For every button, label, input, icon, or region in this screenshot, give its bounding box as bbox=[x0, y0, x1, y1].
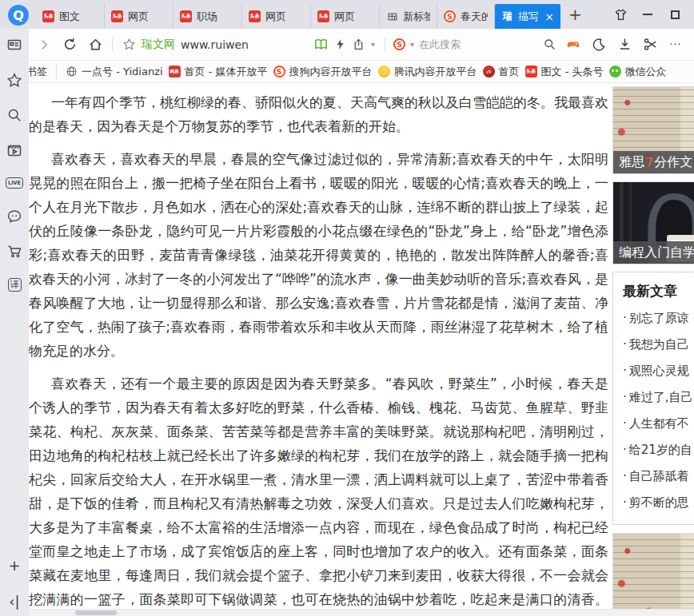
add-plus-icon[interactable]: + bbox=[8, 557, 20, 574]
toutiao-favicon-icon: 头条 bbox=[180, 10, 192, 22]
tab-3[interactable]: 头条 职场 bbox=[174, 4, 242, 29]
screenshot-scissors-icon[interactable] bbox=[638, 33, 662, 57]
web-page-content: 一年有四个季节，桃红柳绿的春、骄阳似火的夏、天高气爽的秋以及白雪皑皑的冬。我最喜… bbox=[29, 83, 694, 616]
tab-label: 网页 bbox=[265, 10, 286, 24]
article-paragraph: 一年有四个季节，桃红柳绿的春、骄阳似火的夏、天高气爽的秋以及白雪皑皑的冬。我最喜… bbox=[29, 90, 608, 138]
netease-favicon-icon: 网易 bbox=[169, 66, 181, 77]
account-card-icon[interactable] bbox=[6, 37, 22, 53]
bookmark-wechat[interactable]: 微信公众 bbox=[609, 65, 667, 79]
tab-label: 新标签 bbox=[403, 10, 430, 24]
window-controls bbox=[609, 6, 694, 29]
promo-card-manuscript-2[interactable] bbox=[612, 533, 694, 616]
manuscript-image bbox=[613, 534, 694, 616]
tab-active-ruiwen[interactable]: 瑞 描写 × bbox=[495, 4, 560, 29]
favorites-star-icon[interactable] bbox=[6, 72, 22, 88]
tab-1[interactable]: 头条 图文 bbox=[36, 4, 105, 29]
penguin-favicon-icon bbox=[378, 66, 390, 77]
forward-button[interactable] bbox=[32, 33, 56, 57]
scrollbar-thumb[interactable] bbox=[75, 610, 117, 615]
theme-tshirt-icon[interactable] bbox=[609, 6, 632, 22]
flash-lightning-icon[interactable] bbox=[334, 38, 346, 50]
sogou-favicon-icon: S bbox=[444, 10, 456, 22]
bookmark-label: 一点号 - Yidianzi bbox=[82, 65, 163, 79]
game-center-icon[interactable] bbox=[561, 33, 585, 57]
tab-2[interactable]: 头条 网页 bbox=[105, 4, 174, 29]
minimize-button[interactable] bbox=[636, 6, 659, 22]
bookmarks-bar: 书签 一点号 - Yidianzi 网易 首页 - 媒体开放平 S 搜狗内容开放… bbox=[0, 61, 694, 83]
tab-bar: Q 头条 图文 头条 网页 头条 职场 头条 网页 头条 网页 新标签 S 春天… bbox=[0, 0, 694, 29]
latest-article-link[interactable]: ·剪不断的思 bbox=[623, 490, 694, 516]
chevron-down-icon[interactable]: ▾ bbox=[410, 40, 414, 49]
search-icon[interactable] bbox=[6, 107, 22, 123]
tab-4[interactable]: 头条 网页 bbox=[242, 4, 311, 29]
collapse-rail-icon[interactable]: ‹| bbox=[9, 593, 19, 610]
bookmark-yidianhao[interactable]: 一点号 - Yidianzi bbox=[66, 65, 163, 79]
latest-article-link[interactable]: ·我想为自己 bbox=[623, 332, 694, 358]
latest-article-link[interactable]: ·别忘了原谅 bbox=[623, 305, 694, 332]
page-sidebar: 雅思7分作文 编程入门自学 最新文章 bbox=[612, 86, 694, 616]
latest-article-link[interactable]: ·给21岁的自 bbox=[623, 437, 694, 463]
close-icon[interactable]: × bbox=[544, 11, 554, 22]
latest-article-link[interactable]: ·自己舔舐着 bbox=[623, 463, 694, 490]
promo-card-ielts[interactable]: 雅思7分作文 bbox=[612, 86, 694, 174]
address-bar[interactable]: 瑞文网 www.ruiwen ▾ bbox=[118, 37, 380, 52]
home-button[interactable] bbox=[83, 33, 107, 57]
live-icon[interactable]: LIVE bbox=[6, 177, 23, 189]
video-player-icon[interactable] bbox=[6, 142, 22, 158]
reading-mode-book-icon[interactable] bbox=[313, 37, 329, 52]
chevron-down-icon[interactable]: ▾ bbox=[371, 40, 375, 49]
maximize-button[interactable] bbox=[664, 6, 686, 22]
tab-label: 描写 bbox=[518, 10, 538, 24]
toutiao-favicon-icon: 头条 bbox=[111, 10, 123, 22]
divider bbox=[56, 65, 57, 79]
bullet-icon: · bbox=[623, 416, 627, 431]
bullet-icon: · bbox=[623, 469, 627, 483]
sogou-search-engine-icon[interactable]: S bbox=[393, 38, 405, 50]
wechat-favicon-icon bbox=[609, 66, 621, 77]
latest-article-link[interactable]: ·人生都有不 bbox=[623, 411, 694, 437]
tab-label: 网页 bbox=[334, 10, 355, 24]
bookmark-label: 搜狗内容开放平台 bbox=[289, 65, 373, 79]
url-text[interactable]: www.ruiwen bbox=[181, 38, 308, 51]
bookmark-tencent-platform[interactable]: 腾讯内容开放平台 bbox=[378, 65, 477, 79]
share-icon[interactable] bbox=[352, 38, 365, 51]
latest-article-link[interactable]: ·观照心灵规 bbox=[623, 358, 694, 384]
bookmark-netease[interactable]: 网易 首页 - 媒体开放平 bbox=[169, 65, 268, 79]
toutiao-favicon-icon: 头条 bbox=[525, 66, 537, 77]
tab-sogou[interactable]: S 春天的 bbox=[437, 4, 495, 29]
article-paragraph: 喜欢春天，喜欢春天的早晨，春晨的空气像过滤过似的，异常清新;喜欢春天的中午，太阳… bbox=[29, 147, 608, 363]
toutiao-favicon-icon: 头条 bbox=[249, 10, 261, 22]
promo-caption: 编程入门自学 bbox=[613, 241, 694, 264]
bookmark-phoenix[interactable]: 首页 bbox=[483, 65, 520, 79]
bookmark-label: 图文 - 头条号 bbox=[541, 65, 604, 79]
promo-card-coding[interactable]: 编程入门自学 bbox=[612, 181, 694, 264]
browser-logo-icon[interactable]: Q bbox=[8, 5, 29, 26]
more-menu-ellipsis-icon[interactable]: ··· bbox=[664, 33, 688, 57]
toutiao-favicon-icon: 头条 bbox=[317, 10, 329, 22]
chat-bubble-icon[interactable] bbox=[6, 208, 22, 224]
bookmark-toutiao[interactable]: 头条 图文 - 头条号 bbox=[525, 65, 604, 79]
shopping-cart-icon[interactable] bbox=[6, 243, 22, 259]
new-tab-button[interactable]: + bbox=[560, 5, 590, 29]
translate-icon[interactable]: 译 bbox=[8, 278, 22, 292]
promo-caption: 雅思7分作文 bbox=[613, 151, 694, 173]
search-box[interactable]: S ▾ bbox=[390, 38, 560, 51]
night-mode-moon-icon[interactable] bbox=[587, 33, 611, 57]
horizontal-scrollbar[interactable] bbox=[29, 609, 694, 616]
bookmark-sogou-platform[interactable]: S 搜狗内容开放平台 bbox=[273, 65, 373, 79]
tab-new-page[interactable]: 新标签 bbox=[380, 4, 437, 29]
bookmark-star-icon[interactable] bbox=[122, 38, 136, 51]
refresh-button[interactable] bbox=[58, 33, 82, 57]
bullet-icon: · bbox=[623, 495, 627, 510]
search-icon[interactable] bbox=[543, 38, 556, 51]
tab-5[interactable]: 头条 网页 bbox=[311, 4, 380, 29]
search-input[interactable] bbox=[419, 38, 538, 50]
article-text: 一年有四个季节，桃红柳绿的春、骄阳似火的夏、天高气爽的秋以及白雪皑皑的冬。我最喜… bbox=[29, 83, 610, 616]
latest-article-link[interactable]: ·难过了,自己 bbox=[623, 384, 694, 411]
bookmark-label: 腾讯内容开放平台 bbox=[394, 65, 477, 79]
tab-label: 职场 bbox=[197, 10, 217, 24]
bullet-icon: · bbox=[623, 364, 627, 378]
latest-articles-title: 最新文章 bbox=[623, 282, 694, 300]
bookmark-label: 首页 - 媒体开放平 bbox=[185, 65, 268, 79]
download-icon[interactable] bbox=[612, 33, 636, 57]
